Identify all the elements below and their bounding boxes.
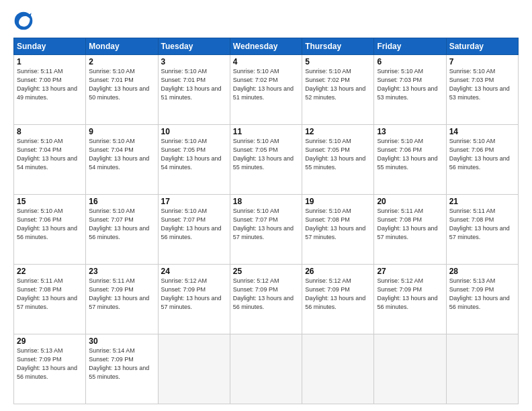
day-info: Sunrise: 5:11 AMSunset: 7:09 PMDaylight:… bbox=[89, 277, 149, 310]
day-number: 30 bbox=[89, 336, 154, 346]
day-info: Sunrise: 5:14 AMSunset: 7:09 PMDaylight:… bbox=[89, 347, 149, 380]
calendar-cell: 22 Sunrise: 5:11 AMSunset: 7:08 PMDaylig… bbox=[14, 265, 86, 334]
calendar-week-3: 15 Sunrise: 5:10 AMSunset: 7:06 PMDaylig… bbox=[14, 195, 519, 265]
calendar-cell bbox=[446, 334, 518, 404]
day-info: Sunrise: 5:10 AMSunset: 7:01 PMDaylight:… bbox=[89, 68, 149, 101]
day-number: 16 bbox=[89, 197, 154, 206]
calendar-cell: 19 Sunrise: 5:10 AMSunset: 7:08 PMDaylig… bbox=[302, 195, 374, 265]
day-info: Sunrise: 5:12 AMSunset: 7:09 PMDaylight:… bbox=[161, 277, 222, 310]
day-number: 21 bbox=[449, 197, 515, 206]
day-number: 15 bbox=[17, 197, 83, 206]
weekday-header-friday: Friday bbox=[374, 38, 446, 55]
day-number: 29 bbox=[17, 336, 83, 346]
day-info: Sunrise: 5:10 AMSunset: 7:07 PMDaylight:… bbox=[161, 208, 222, 240]
day-info: Sunrise: 5:10 AMSunset: 7:04 PMDaylight:… bbox=[89, 138, 149, 171]
day-info: Sunrise: 5:10 AMSunset: 7:08 PMDaylight:… bbox=[305, 208, 365, 240]
day-info: Sunrise: 5:12 AMSunset: 7:09 PMDaylight:… bbox=[377, 277, 437, 310]
day-info: Sunrise: 5:10 AMSunset: 7:02 PMDaylight:… bbox=[233, 68, 294, 101]
day-number: 25 bbox=[233, 267, 299, 276]
calendar-cell: 7 Sunrise: 5:10 AMSunset: 7:03 PMDayligh… bbox=[446, 55, 518, 125]
day-number: 3 bbox=[161, 57, 227, 66]
day-number: 19 bbox=[305, 197, 371, 206]
day-info: Sunrise: 5:10 AMSunset: 7:06 PMDaylight:… bbox=[17, 208, 77, 240]
day-info: Sunrise: 5:10 AMSunset: 7:05 PMDaylight:… bbox=[161, 138, 222, 171]
calendar-cell: 9 Sunrise: 5:10 AMSunset: 7:04 PMDayligh… bbox=[86, 125, 158, 195]
calendar-cell: 16 Sunrise: 5:10 AMSunset: 7:07 PMDaylig… bbox=[86, 195, 158, 265]
day-number: 2 bbox=[89, 57, 154, 66]
calendar-cell: 30 Sunrise: 5:14 AMSunset: 7:09 PMDaylig… bbox=[86, 334, 158, 404]
calendar-cell: 6 Sunrise: 5:10 AMSunset: 7:03 PMDayligh… bbox=[374, 55, 446, 125]
calendar-cell: 20 Sunrise: 5:11 AMSunset: 7:08 PMDaylig… bbox=[374, 195, 446, 265]
calendar-cell: 26 Sunrise: 5:12 AMSunset: 7:09 PMDaylig… bbox=[302, 265, 374, 334]
day-info: Sunrise: 5:10 AMSunset: 7:07 PMDaylight:… bbox=[233, 208, 294, 240]
day-info: Sunrise: 5:12 AMSunset: 7:09 PMDaylight:… bbox=[233, 277, 294, 310]
day-number: 14 bbox=[449, 127, 515, 136]
day-info: Sunrise: 5:10 AMSunset: 7:06 PMDaylight:… bbox=[377, 138, 437, 171]
day-number: 5 bbox=[305, 57, 371, 66]
calendar-cell bbox=[230, 334, 302, 404]
day-number: 20 bbox=[377, 197, 443, 206]
page: SundayMondayTuesdayWednesdayThursdayFrid… bbox=[0, 0, 532, 411]
day-number: 23 bbox=[89, 267, 154, 276]
weekday-header-thursday: Thursday bbox=[302, 38, 374, 55]
day-info: Sunrise: 5:13 AMSunset: 7:09 PMDaylight:… bbox=[17, 347, 77, 380]
calendar-cell: 27 Sunrise: 5:12 AMSunset: 7:09 PMDaylig… bbox=[374, 265, 446, 334]
calendar-week-2: 8 Sunrise: 5:10 AMSunset: 7:04 PMDayligh… bbox=[14, 125, 519, 195]
calendar-cell: 28 Sunrise: 5:13 AMSunset: 7:09 PMDaylig… bbox=[446, 265, 518, 334]
calendar-cell: 2 Sunrise: 5:10 AMSunset: 7:01 PMDayligh… bbox=[86, 55, 158, 125]
day-info: Sunrise: 5:10 AMSunset: 7:03 PMDaylight:… bbox=[377, 68, 437, 101]
day-info: Sunrise: 5:11 AMSunset: 7:00 PMDaylight:… bbox=[17, 68, 77, 101]
day-number: 1 bbox=[17, 57, 83, 66]
calendar-cell: 14 Sunrise: 5:10 AMSunset: 7:06 PMDaylig… bbox=[446, 125, 518, 195]
calendar-cell bbox=[374, 334, 446, 404]
day-info: Sunrise: 5:10 AMSunset: 7:05 PMDaylight:… bbox=[305, 138, 365, 171]
calendar-cell: 8 Sunrise: 5:10 AMSunset: 7:04 PMDayligh… bbox=[14, 125, 86, 195]
logo-icon bbox=[13, 11, 34, 31]
weekday-header-tuesday: Tuesday bbox=[158, 38, 230, 55]
weekday-header-sunday: Sunday bbox=[14, 38, 86, 55]
calendar-cell: 13 Sunrise: 5:10 AMSunset: 7:06 PMDaylig… bbox=[374, 125, 446, 195]
calendar-week-1: 1 Sunrise: 5:11 AMSunset: 7:00 PMDayligh… bbox=[14, 55, 519, 125]
calendar-week-4: 22 Sunrise: 5:11 AMSunset: 7:08 PMDaylig… bbox=[14, 265, 519, 334]
calendar-cell: 4 Sunrise: 5:10 AMSunset: 7:02 PMDayligh… bbox=[230, 55, 302, 125]
day-info: Sunrise: 5:10 AMSunset: 7:07 PMDaylight:… bbox=[89, 208, 149, 240]
calendar-table: SundayMondayTuesdayWednesdayThursdayFrid… bbox=[13, 38, 519, 404]
day-number: 4 bbox=[233, 57, 299, 66]
day-info: Sunrise: 5:12 AMSunset: 7:09 PMDaylight:… bbox=[305, 277, 365, 310]
calendar-cell bbox=[158, 334, 230, 404]
calendar-cell bbox=[302, 334, 374, 404]
calendar-cell: 1 Sunrise: 5:11 AMSunset: 7:00 PMDayligh… bbox=[14, 55, 86, 125]
calendar-cell: 23 Sunrise: 5:11 AMSunset: 7:09 PMDaylig… bbox=[86, 265, 158, 334]
logo bbox=[13, 11, 38, 31]
calendar-cell: 10 Sunrise: 5:10 AMSunset: 7:05 PMDaylig… bbox=[158, 125, 230, 195]
day-info: Sunrise: 5:10 AMSunset: 7:03 PMDaylight:… bbox=[449, 68, 510, 101]
day-info: Sunrise: 5:13 AMSunset: 7:09 PMDaylight:… bbox=[449, 277, 510, 310]
calendar-cell: 24 Sunrise: 5:12 AMSunset: 7:09 PMDaylig… bbox=[158, 265, 230, 334]
day-number: 8 bbox=[17, 127, 83, 136]
calendar-cell: 21 Sunrise: 5:11 AMSunset: 7:08 PMDaylig… bbox=[446, 195, 518, 265]
day-number: 24 bbox=[161, 267, 227, 276]
day-info: Sunrise: 5:11 AMSunset: 7:08 PMDaylight:… bbox=[449, 208, 510, 240]
day-number: 6 bbox=[377, 57, 443, 66]
day-number: 12 bbox=[305, 127, 371, 136]
weekday-header-monday: Monday bbox=[86, 38, 158, 55]
day-number: 7 bbox=[449, 57, 515, 66]
calendar-cell: 11 Sunrise: 5:10 AMSunset: 7:05 PMDaylig… bbox=[230, 125, 302, 195]
day-number: 28 bbox=[449, 267, 515, 276]
calendar-cell: 17 Sunrise: 5:10 AMSunset: 7:07 PMDaylig… bbox=[158, 195, 230, 265]
calendar-cell: 29 Sunrise: 5:13 AMSunset: 7:09 PMDaylig… bbox=[14, 334, 86, 404]
weekday-header-wednesday: Wednesday bbox=[230, 38, 302, 55]
calendar-cell: 15 Sunrise: 5:10 AMSunset: 7:06 PMDaylig… bbox=[14, 195, 86, 265]
header bbox=[13, 11, 519, 31]
day-info: Sunrise: 5:11 AMSunset: 7:08 PMDaylight:… bbox=[17, 277, 77, 310]
day-number: 11 bbox=[233, 127, 299, 136]
weekday-header-row: SundayMondayTuesdayWednesdayThursdayFrid… bbox=[14, 38, 519, 55]
calendar-week-5: 29 Sunrise: 5:13 AMSunset: 7:09 PMDaylig… bbox=[14, 334, 519, 404]
day-info: Sunrise: 5:11 AMSunset: 7:08 PMDaylight:… bbox=[377, 208, 437, 240]
day-info: Sunrise: 5:10 AMSunset: 7:06 PMDaylight:… bbox=[449, 138, 510, 171]
calendar-cell: 12 Sunrise: 5:10 AMSunset: 7:05 PMDaylig… bbox=[302, 125, 374, 195]
weekday-header-saturday: Saturday bbox=[446, 38, 518, 55]
calendar-cell: 18 Sunrise: 5:10 AMSunset: 7:07 PMDaylig… bbox=[230, 195, 302, 265]
day-number: 26 bbox=[305, 267, 371, 276]
day-info: Sunrise: 5:10 AMSunset: 7:05 PMDaylight:… bbox=[233, 138, 294, 171]
